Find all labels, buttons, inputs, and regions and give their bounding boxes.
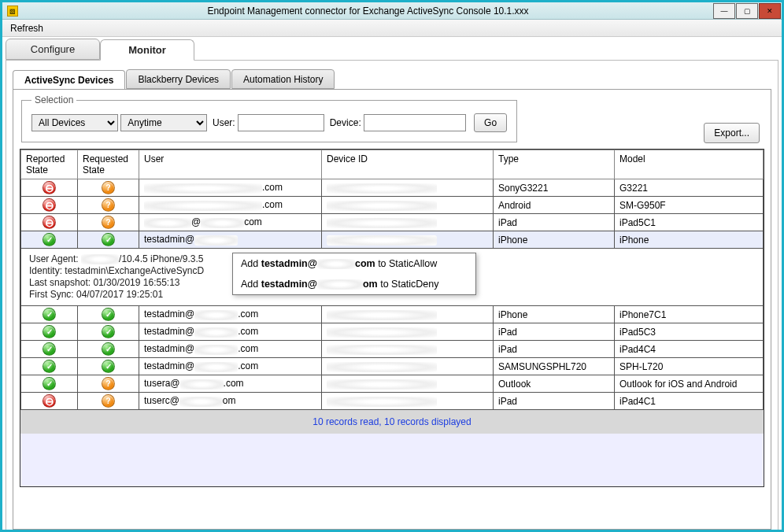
subtab-automation-history[interactable]: Automation History <box>231 69 335 89</box>
table-row[interactable]: testadmin@.com iPad iPad4C4 <box>21 341 764 358</box>
cell-device-id <box>322 323 494 341</box>
col-requested-state[interactable]: Requested State <box>78 150 139 179</box>
col-user[interactable]: User <box>139 150 322 179</box>
table-row[interactable]: @com iPad iPad5C1 <box>21 214 764 231</box>
cell-user: testadmin@.com <box>139 306 322 323</box>
reported-state-icon <box>43 342 56 356</box>
reported-state-icon <box>43 360 56 373</box>
cell-type: Outlook <box>494 375 615 393</box>
reported-state-icon <box>43 308 56 321</box>
requested-state-icon <box>102 360 115 373</box>
cell-model: iPad4C4 <box>615 341 764 358</box>
menu-bar: Refresh <box>2 20 782 37</box>
minimize-button[interactable]: — <box>713 3 735 19</box>
cell-user: .com <box>139 179 322 197</box>
cell-user: @com <box>139 214 322 231</box>
export-button[interactable]: Export... <box>704 123 760 143</box>
cell-device-id <box>322 375 494 393</box>
ctx-add-staticallow[interactable]: Add testadmin@com to StaticAllow <box>233 253 475 274</box>
cell-device-id <box>322 341 494 358</box>
cell-user: tusera@.com <box>139 375 322 393</box>
cell-type: iPhone <box>494 306 615 323</box>
reported-state-icon <box>43 325 56 338</box>
user-input[interactable] <box>238 114 324 131</box>
menu-refresh[interactable]: Refresh <box>10 23 43 34</box>
cell-type: iPad <box>494 214 615 231</box>
cell-type: Android <box>494 197 615 214</box>
cell-type: SonyG3221 <box>494 179 615 197</box>
selection-group: Selection All Devices Anytime User: Devi… <box>21 94 517 142</box>
device-label: Device: <box>330 117 361 128</box>
col-device-id[interactable]: Device ID <box>322 150 494 179</box>
cell-model: iPad4C1 <box>615 393 764 410</box>
requested-state-icon <box>102 308 115 321</box>
tab-monitor[interactable]: Monitor <box>100 39 194 61</box>
go-button[interactable]: Go <box>474 113 507 132</box>
requested-state-icon <box>102 181 115 194</box>
time-scope-select[interactable]: Anytime <box>120 114 207 131</box>
table-row[interactable]: tusera@.com Outlook Outlook for iOS and … <box>21 375 764 393</box>
cell-model: iPhone7C1 <box>615 306 764 323</box>
device-input[interactable] <box>364 114 466 131</box>
device-grid-container: Reported State Requested State User Devi… <box>20 149 764 487</box>
requested-state-icon <box>102 198 115 212</box>
tab-configure[interactable]: Configure <box>6 39 100 60</box>
subtab-activesync-devices[interactable]: ActiveSync Devices <box>13 70 125 90</box>
table-row[interactable]: testadmin@.com SAMSUNGSPHL720 SPH-L720 <box>21 358 764 375</box>
cell-type: iPhone <box>494 231 615 249</box>
reported-state-icon <box>43 181 56 194</box>
ctx-add-staticdeny[interactable]: Add testadmin@om to StaticDeny <box>233 274 475 294</box>
cell-device-id <box>322 306 494 323</box>
cell-type: iPad <box>494 393 615 410</box>
context-menu: Add testadmin@com to StaticAllow Add tes… <box>232 253 476 295</box>
selection-legend: Selection <box>31 94 76 105</box>
reported-state-icon <box>43 233 56 246</box>
table-row[interactable]: testadmin@.com iPhone iPhone7C1 <box>21 306 764 323</box>
cell-model: SPH-L720 <box>615 358 764 375</box>
window-title: Endpoint Management connector for Exchan… <box>23 6 713 17</box>
cell-user: testadmin@.com <box>139 358 322 375</box>
cell-device-id <box>322 214 494 231</box>
cell-model: iPad5C1 <box>615 214 764 231</box>
cell-device-id <box>322 179 494 197</box>
cell-device-id <box>322 358 494 375</box>
cell-user: .com <box>139 197 322 214</box>
col-reported-state[interactable]: Reported State <box>21 150 78 179</box>
table-row[interactable]: tuserc@om iPad iPad4C1 <box>21 393 764 410</box>
reported-state-icon <box>43 216 56 229</box>
window-titlebar: ▧ Endpoint Management connector for Exch… <box>2 2 782 20</box>
app-icon: ▧ <box>7 6 18 17</box>
cell-user: testadmin@.com <box>139 323 322 341</box>
reported-state-icon <box>43 198 56 212</box>
requested-state-icon <box>102 377 115 390</box>
cell-model: Outlook for iOS and Android <box>615 375 764 393</box>
primary-tab-strip: Configure Monitor <box>6 39 778 61</box>
device-scope-select[interactable]: All Devices <box>31 114 118 131</box>
requested-state-icon <box>102 394 115 408</box>
user-label: User: <box>213 117 235 128</box>
table-row[interactable]: .com Android SM-G950F <box>21 197 764 214</box>
requested-state-icon <box>102 342 115 356</box>
requested-state-icon <box>102 325 115 338</box>
reported-state-icon <box>43 394 56 408</box>
col-model[interactable]: Model <box>615 150 764 179</box>
cell-model: G3221 <box>615 179 764 197</box>
cell-model: SM-G950F <box>615 197 764 214</box>
table-row[interactable]: testadmin@.com iPad iPad5C3 <box>21 323 764 341</box>
col-type[interactable]: Type <box>494 150 615 179</box>
cell-type: SAMSUNGSPHL720 <box>494 358 615 375</box>
requested-state-icon <box>102 216 115 229</box>
cell-device-id <box>322 231 494 249</box>
table-row[interactable]: .com SonyG3221 G3221 <box>21 179 764 197</box>
cell-user: testadmin@.com <box>139 341 322 358</box>
subtab-blackberry-devices[interactable]: Blackberry Devices <box>126 69 231 89</box>
close-button[interactable]: ✕ <box>759 3 781 19</box>
maximize-button[interactable]: ▢ <box>736 3 758 19</box>
grid-status-text: 10 records read, 10 records displayed <box>20 410 764 434</box>
cell-device-id <box>322 393 494 410</box>
cell-type: iPad <box>494 323 615 341</box>
cell-user: tuserc@om <box>139 393 322 410</box>
reported-state-icon <box>43 377 56 390</box>
sub-tab-strip: ActiveSync Devices Blackberry Devices Au… <box>13 68 771 89</box>
table-row[interactable]: testadmin@ iPhone iPhone <box>21 231 764 249</box>
